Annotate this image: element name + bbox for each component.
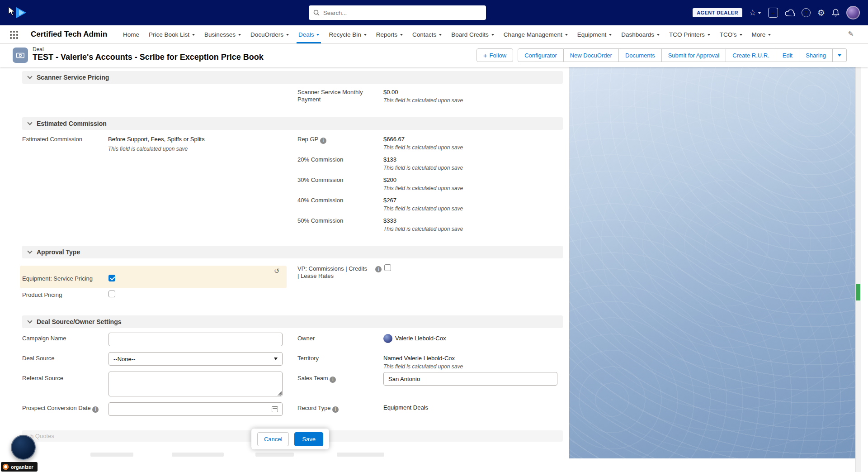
calc-note: This field is calculated upon save [383, 205, 463, 212]
ghost-text [255, 453, 294, 457]
setup-gear-icon[interactable]: ⚙ [817, 9, 825, 17]
info-icon[interactable]: i [320, 138, 326, 144]
equipment-service-pricing-checkbox[interactable] [108, 275, 115, 281]
section-estimated-commission[interactable]: Estimated Commission [22, 117, 563, 130]
sharing-button[interactable]: Sharing [799, 48, 833, 62]
field-value-20-commission: $133 [383, 156, 396, 163]
chevron-down-icon [274, 358, 278, 360]
field-label-estimated-commission: Estimated Commission [22, 136, 82, 143]
user-avatar[interactable] [846, 6, 860, 19]
record-header: Deal TEST - Valerie's Accounts - Scribe … [0, 44, 868, 67]
search-icon [313, 10, 320, 16]
search-input[interactable] [323, 10, 481, 16]
salesforce-page: AGENT DEALER ☆ + ? ⚙ Certified Tech Admi… [0, 0, 868, 472]
field-label-scanner-monthly-payment: Scanner Service Monthly Payment [297, 89, 377, 103]
mouse-cursor [8, 6, 15, 16]
sales-team-input[interactable] [383, 372, 557, 386]
field-value-estimated-commission: Before Support, Fees, Spiffs or Splits [108, 136, 205, 143]
calendar-icon[interactable] [272, 406, 278, 412]
more-actions-dropdown[interactable] [833, 48, 847, 62]
calc-note: This field is calculated upon save [383, 144, 463, 151]
field-label-50-commission: 50% Commission [297, 217, 343, 224]
calc-note: This field is calculated upon save [383, 363, 463, 370]
campaign-name-input[interactable] [108, 333, 283, 346]
tab-recycle-bin[interactable]: Recycle Bin [329, 25, 366, 43]
owner-avatar [383, 334, 392, 343]
info-icon[interactable]: i [92, 406, 99, 413]
product-pricing-checkbox[interactable] [108, 291, 115, 297]
follow-button[interactable]: + Follow [476, 48, 513, 62]
favorites-control[interactable]: ☆ [749, 9, 761, 17]
tab-businesses[interactable]: Businesses [204, 25, 241, 43]
scrollbar-thumb[interactable] [856, 284, 860, 300]
documents-button[interactable]: Documents [619, 48, 662, 62]
tab-tcos[interactable]: TCO's [720, 25, 742, 43]
tab-tco-printers[interactable]: TCO Printers [669, 25, 710, 43]
tab-reports[interactable]: Reports [376, 25, 403, 43]
field-value-owner[interactable]: Valerie Liebold-Cox [395, 335, 446, 342]
field-label-sales-team: Sales Team i [297, 375, 336, 383]
tab-dashboards[interactable]: Dashboards [621, 25, 660, 43]
page-scrollbar[interactable] [855, 47, 861, 472]
apps-plus-icon[interactable]: + [768, 8, 778, 18]
cloud-icon[interactable] [785, 10, 795, 16]
app-navigation: Certified Tech Admin Home Price Book Lis… [0, 25, 868, 44]
section-approval-type[interactable]: Approval Type [22, 246, 563, 258]
record-actions: + Follow Configurator New DocuOrder Docu… [476, 48, 847, 62]
page-background-image [569, 67, 855, 458]
field-value-territory: Named Valerie Liebold-Cox [383, 355, 455, 362]
field-label-20-commission: 20% Commission [297, 156, 343, 163]
info-icon[interactable]: i [330, 377, 336, 383]
cancel-button[interactable]: Cancel [257, 432, 289, 446]
tab-more[interactable]: More [752, 25, 771, 43]
new-docuorder-button[interactable]: New DocuOrder [564, 48, 619, 62]
organizer-icon [3, 464, 9, 470]
edit-button[interactable]: Edit [776, 48, 799, 62]
notifications-bell-icon[interactable] [832, 9, 840, 17]
save-button[interactable]: Save [294, 432, 323, 446]
tab-board-credits[interactable]: Board Credits [451, 25, 494, 43]
create-rur-button[interactable]: Create R.U.R. [726, 48, 776, 62]
tab-contacts[interactable]: Contacts [412, 25, 442, 43]
favorites-chevron-icon[interactable] [758, 12, 761, 14]
ghost-text [172, 453, 224, 457]
tab-docuorders[interactable]: DocuOrders [250, 25, 289, 43]
chevron-down-icon [27, 248, 32, 253]
info-icon[interactable]: i [375, 266, 382, 272]
tab-deals[interactable]: Deals [298, 25, 320, 43]
submit-for-approval-button[interactable]: Submit for Approval [662, 48, 726, 62]
info-icon[interactable]: i [332, 406, 339, 413]
referral-source-textarea[interactable] [108, 372, 283, 396]
vp-commissions-checkbox[interactable] [384, 264, 391, 271]
field-label-40-commission: 40% Commission [297, 197, 343, 204]
prospect-conversion-date-input[interactable] [108, 402, 283, 416]
section-scanner-service-pricing[interactable]: Scanner Service Pricing [22, 71, 563, 84]
edit-nav-pencil-icon[interactable]: ✎ [848, 30, 854, 38]
field-value-rep-gp: $666.67 [383, 136, 405, 143]
calc-note: This field is calculated upon save [108, 146, 188, 152]
calc-note: This field is calculated upon save [383, 226, 463, 232]
chat-assistant-button[interactable] [11, 435, 36, 460]
record-title: TEST - Valerie's Accounts - Scribe for E… [33, 52, 264, 62]
calc-note: This field is calculated upon save [383, 165, 463, 171]
section-deal-source-owner-settings[interactable]: Deal Source/Owner Settings [22, 315, 563, 328]
deal-source-select[interactable]: --None-- [108, 352, 283, 366]
tab-home[interactable]: Home [123, 25, 139, 43]
tab-price-book-list[interactable]: Price Book List [149, 25, 195, 43]
global-search[interactable] [309, 5, 486, 20]
plus-icon: + [483, 52, 487, 59]
field-value-30-commission: $200 [383, 176, 396, 184]
configurator-button[interactable]: Configurator [518, 48, 564, 62]
undo-icon[interactable]: ↺ [274, 267, 280, 275]
organizer-badge[interactable]: organizer [1, 462, 38, 472]
tab-equipment[interactable]: Equipment [577, 25, 612, 43]
app-launcher-icon[interactable] [10, 31, 18, 39]
ghost-text [90, 453, 133, 457]
calc-note: This field is calculated upon save [383, 97, 463, 104]
help-icon[interactable]: ? [802, 8, 811, 17]
favorites-star-icon[interactable]: ☆ [749, 9, 756, 17]
field-label-rep-gp: Rep GP i [297, 136, 326, 144]
ghost-text [337, 453, 384, 457]
field-label-referral-source: Referral Source [22, 375, 63, 382]
tab-change-management[interactable]: Change Management [504, 25, 568, 43]
